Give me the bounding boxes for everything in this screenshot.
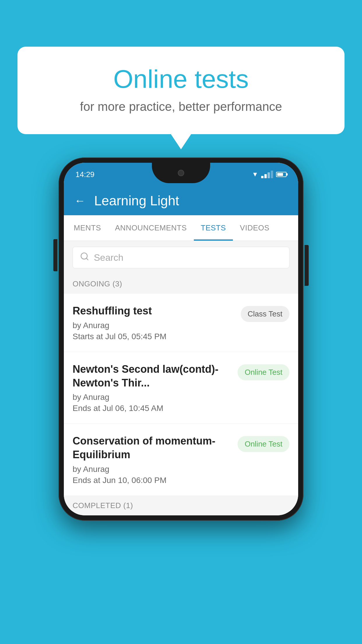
test-list: Reshuffling test by Anurag Starts at Jul…: [64, 294, 298, 496]
test-time: Starts at Jul 05, 05:45 PM: [73, 332, 235, 341]
speech-bubble-subtitle: for more practice, better performance: [41, 100, 321, 114]
svg-line-1: [86, 258, 88, 260]
tab-videos[interactable]: VIDEOS: [233, 215, 276, 241]
wifi-icon: ▼: [252, 171, 258, 178]
status-icons: ▼: [252, 171, 287, 178]
ongoing-section-title: ONGOING (3): [73, 279, 122, 288]
tabs-container: MENTS ANNOUNCEMENTS TESTS VIDEOS: [64, 215, 298, 241]
test-time: Ends at Jul 06, 10:45 AM: [73, 404, 232, 413]
camera: [178, 170, 184, 176]
phone-outer: 14:29 ▼: [59, 158, 303, 521]
search-icon: [80, 252, 89, 263]
speech-bubble: Online tests for more practice, better p…: [17, 47, 345, 134]
test-item[interactable]: Reshuffling test by Anurag Starts at Jul…: [64, 294, 298, 352]
back-button[interactable]: ←: [74, 195, 85, 207]
test-badge: Online Test: [238, 364, 289, 380]
battery-icon: [276, 172, 287, 177]
tab-ments[interactable]: MENTS: [67, 215, 108, 241]
phone-screen: 14:29 ▼: [64, 163, 298, 515]
test-name: Reshuffling test: [73, 304, 235, 318]
search-bar[interactable]: Search: [73, 247, 289, 268]
test-author: by Anurag: [73, 393, 232, 402]
completed-section-header: COMPLETED (1): [64, 496, 298, 515]
search-placeholder: Search: [94, 252, 123, 263]
signal-icon: [261, 171, 273, 178]
status-bar: 14:29 ▼: [64, 163, 298, 186]
test-name: Newton's Second law(contd)-Newton's Thir…: [73, 363, 232, 390]
search-container: Search: [64, 241, 298, 274]
phone-mockup: 14:29 ▼: [59, 158, 303, 521]
test-info: Conservation of momentum-Equilibrium by …: [73, 434, 232, 485]
app-header: ← Learning Light: [64, 186, 298, 215]
speech-bubble-title: Online tests: [41, 64, 321, 94]
test-time: Ends at Jun 10, 06:00 PM: [73, 476, 232, 485]
notch: [152, 163, 210, 183]
tab-tests[interactable]: TESTS: [194, 215, 233, 241]
test-badge: Online Test: [238, 436, 289, 452]
test-name: Conservation of momentum-Equilibrium: [73, 434, 232, 462]
test-item[interactable]: Conservation of momentum-Equilibrium by …: [64, 424, 298, 496]
test-item[interactable]: Newton's Second law(contd)-Newton's Thir…: [64, 352, 298, 424]
ongoing-section-header: ONGOING (3): [64, 274, 298, 294]
tab-announcements[interactable]: ANNOUNCEMENTS: [108, 215, 194, 241]
speech-bubble-container: Online tests for more practice, better p…: [17, 47, 345, 134]
test-badge: Class Test: [241, 306, 289, 322]
completed-section-title: COMPLETED (1): [73, 501, 133, 510]
app-title: Learning Light: [94, 193, 179, 209]
test-author: by Anurag: [73, 321, 235, 330]
status-time: 14:29: [75, 170, 94, 179]
test-author: by Anurag: [73, 465, 232, 474]
test-info: Reshuffling test by Anurag Starts at Jul…: [73, 304, 235, 341]
test-info: Newton's Second law(contd)-Newton's Thir…: [73, 363, 232, 413]
